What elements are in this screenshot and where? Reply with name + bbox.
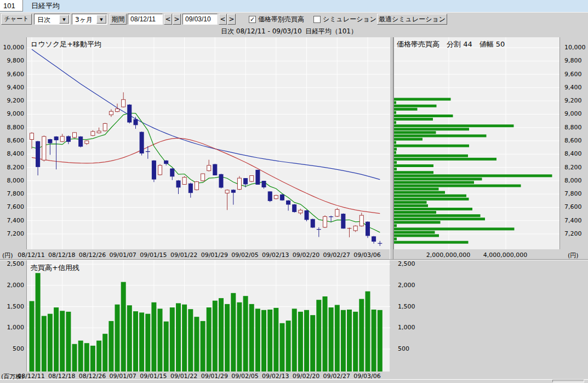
price-tick-label-left: 8,000 [0, 177, 24, 184]
yen-unit-label-left: (円) [2, 251, 13, 260]
price-tick-label-right: 7,400 [564, 217, 588, 224]
volume-by-price-svg [394, 37, 560, 249]
price-tick-label-left: 9,000 [0, 110, 24, 117]
price-tick-label-right: 9,600 [564, 71, 588, 78]
date-from-next-button[interactable]: > [173, 14, 181, 25]
date-tick-label-volume: 09/03/06 [351, 373, 384, 380]
info-range: 日次 08/12/11 - 09/03/10 [221, 26, 302, 37]
volume-by-price-plot[interactable]: 価格帯売買高 分割 44 値幅 50 [393, 37, 560, 249]
panel-splitter[interactable] [390, 37, 393, 260]
price-tick-label-right: 8,400 [564, 150, 588, 157]
price-tick-label-right: 9,800 [564, 57, 588, 64]
volume-tick-label-right: 1,500 [398, 303, 422, 310]
price-tick-label-right: 8,200 [564, 164, 588, 171]
volume-tick-label-left: 500 [0, 345, 24, 352]
volume-tick-label-left: 1,500 [0, 303, 24, 310]
price-tick-label-left: 8,800 [0, 124, 24, 131]
candlestick-chart-svg [27, 37, 390, 249]
status-bar [0, 379, 588, 383]
symbol-code-input[interactable] [0, 0, 23, 12]
price-tick-label-right: 9,400 [564, 84, 588, 91]
date-from-input[interactable] [128, 14, 163, 25]
date-tick-label-main: 09/01/22 [168, 251, 201, 259]
price-tick-label-right: 8,800 [564, 124, 588, 131]
simulation-checkbox[interactable] [313, 16, 321, 23]
yen-unit-label-right: (円) [568, 251, 579, 260]
date-tick-label-main: 09/01/07 [106, 251, 139, 259]
date-to-next-button[interactable]: > [227, 14, 236, 25]
vbp-checkbox[interactable]: ✓ [249, 16, 256, 23]
date-tick-label-volume: 09/02/27 [320, 373, 353, 380]
price-tick-label-right: 7,600 [564, 203, 588, 210]
price-tick-label-right: 8,600 [564, 137, 588, 144]
date-tick-label-volume: 09/01/07 [106, 373, 139, 380]
titlebar: 日経平均 [0, 0, 588, 13]
price-tick-label-left: 7,400 [0, 217, 24, 224]
info-bar: 日次 08/12/11 - 09/03/10 日経平均（101） [0, 26, 588, 37]
date-tick-label-main: 09/02/20 [290, 251, 323, 259]
candlestick-chart-plot[interactable]: ロウソク足+移動平均 [26, 37, 390, 249]
status-bar-segment [552, 380, 584, 382]
price-tick-label-left: 10,000 [0, 44, 24, 51]
main-chart-title: ロウソク足+移動平均 [31, 39, 101, 49]
volume-tick-label-left: 2,000 [0, 282, 24, 289]
date-tick-label-main: 09/03/06 [351, 251, 384, 259]
chart-select-button[interactable]: チャート選択 [1, 14, 32, 25]
vbp-amount-tick-label: 2,000,000,000 [418, 251, 478, 259]
date-tick-label-main: 08/12/26 [76, 251, 109, 259]
date-tick-label-volume: 09/02/05 [229, 373, 261, 380]
price-tick-label-right: 8,000 [564, 177, 588, 184]
volume-tick-label-right: 500 [398, 345, 422, 352]
date-tick-label-main: 08/12/18 [45, 251, 78, 259]
instrument-title: 日経平均 [31, 0, 60, 12]
date-tick-label-volume: 09/02/13 [259, 373, 292, 380]
price-tick-label-left: 8,600 [0, 137, 24, 144]
price-tick-label-right: 9,000 [564, 110, 588, 117]
price-tick-label-right: 10,000 [564, 44, 588, 51]
date-tick-label-main: 09/02/13 [259, 251, 292, 259]
volume-chart-plot[interactable]: 売買高+信用残 [26, 260, 390, 371]
date-tick-label-volume: 09/01/22 [168, 373, 201, 380]
volume-tick-label-right: 2,000 [398, 282, 422, 289]
vbp-amount-tick-label: 4,000,000,000 [475, 251, 535, 259]
date-tick-label-volume: 08/12/26 [76, 373, 109, 380]
date-tick-label-main: 09/01/29 [198, 251, 231, 259]
price-tick-label-left: 7,600 [0, 203, 24, 210]
frequency-value: 日次 [37, 15, 50, 25]
date-to-prev-button[interactable]: < [219, 14, 227, 25]
span-value: 3ヶ月 [75, 15, 93, 25]
date-to-input[interactable] [182, 14, 218, 25]
optimal-simulation-button[interactable]: 最適シミュレーション [377, 14, 447, 25]
price-tick-label-left: 7,800 [0, 190, 24, 197]
volume-tick-label-left: 1,000 [0, 324, 24, 331]
date-tick-label-volume: 09/01/15 [137, 373, 170, 380]
chevron-down-icon[interactable]: ▼ [96, 15, 106, 24]
span-select[interactable]: 3ヶ月 ▼ [72, 14, 107, 25]
volume-tick-label-right: 1,000 [398, 324, 422, 331]
chevron-down-icon[interactable]: ▼ [59, 15, 69, 24]
date-tick-label-volume: 09/02/20 [290, 373, 323, 380]
price-tick-label-right: 9,200 [564, 97, 588, 104]
price-tick-label-left: 9,800 [0, 57, 24, 64]
date-tick-label-volume: 08/12/18 [45, 373, 78, 380]
price-tick-label-left: 8,200 [0, 164, 24, 171]
price-tick-label-left: 7,200 [0, 230, 24, 237]
toolbar: チャート選択 日次 ▼ 3ヶ月 ▼ 期間 < > < > ✓ 価格帯別売買高 シ… [0, 12, 588, 26]
price-tick-label-left: 9,600 [0, 71, 24, 78]
volume-tick-label-right: 2,500 [398, 260, 422, 267]
chart-application-window: { "titlebar": { "code": "101", "title": … [0, 0, 588, 383]
price-tick-label-right: 7,200 [564, 230, 588, 237]
info-instrument: 日経平均（101） [305, 26, 357, 37]
date-tick-label-main: 09/02/27 [320, 251, 353, 259]
vbp-checkbox-label[interactable]: 価格帯別売買高 [258, 13, 304, 26]
date-from-prev-button[interactable]: < [164, 14, 172, 25]
period-button[interactable]: 期間 [110, 14, 127, 25]
date-tick-label-main: 09/02/05 [229, 251, 261, 259]
price-tick-label-left: 8,400 [0, 150, 24, 157]
volume-tick-label-left: 2,500 [0, 260, 24, 267]
frequency-select[interactable]: 日次 ▼ [34, 14, 70, 25]
date-tick-label-main: 08/12/11 [15, 251, 48, 259]
simulation-checkbox-label[interactable]: シミュレーション [323, 13, 376, 26]
date-tick-label-volume: 08/12/11 [15, 373, 48, 380]
date-tick-label-volume: 09/01/29 [198, 373, 231, 380]
